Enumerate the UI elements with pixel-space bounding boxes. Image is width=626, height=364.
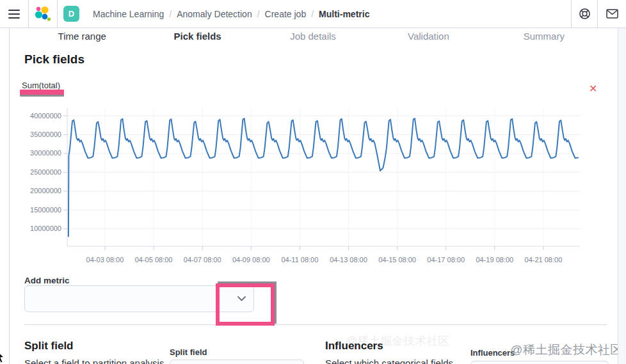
step-validation: Validation: [371, 31, 486, 42]
annotation-highlight-bar: [20, 90, 64, 95]
mail-icon: [606, 9, 618, 19]
influencers-heading: Influencers: [325, 340, 383, 352]
section-divider: [24, 324, 607, 325]
help-button[interactable]: [572, 0, 597, 28]
breadcrumb-separator: /: [311, 9, 314, 19]
navbar-right-group: [571, 0, 626, 28]
menu-button[interactable]: [0, 0, 28, 28]
step-job-details: Job details: [255, 31, 371, 42]
breadcrumb-item[interactable]: Create job: [265, 9, 307, 19]
step-summary: Summary: [486, 31, 602, 42]
mouse-cursor: [0, 350, 6, 363]
space-badge[interactable]: D: [63, 6, 79, 22]
navbar-divider: [57, 0, 58, 28]
influencers-combobox[interactable]: [470, 361, 609, 364]
breadcrumb-item[interactable]: Machine Learning: [93, 9, 164, 19]
remove-metric-button[interactable]: ✕: [589, 84, 597, 94]
metric-chart-title: Sum(total): [22, 81, 60, 90]
split-field-combobox[interactable]: [170, 360, 304, 364]
elastic-logo-button[interactable]: [29, 0, 57, 28]
newsfeed-button[interactable]: [598, 0, 626, 28]
elastic-logo-icon: [35, 6, 51, 22]
step-time-range[interactable]: Time range: [24, 31, 140, 42]
top-navbar: D Machine Learning/Anomaly Detection/Cre…: [0, 0, 626, 28]
hamburger-icon: [8, 10, 20, 19]
help-icon: [579, 8, 591, 20]
breadcrumb: Machine Learning/Anomaly Detection/Creat…: [93, 9, 369, 19]
wizard-steps: Time rangePick fieldsJob detailsValidati…: [24, 31, 602, 42]
add-metric-label: Add metric: [24, 276, 70, 285]
split-field-label: Split field: [170, 347, 207, 357]
split-field-heading: Split field: [24, 340, 74, 352]
breadcrumb-separator: /: [169, 9, 172, 19]
influencers-label: Influencers: [470, 348, 515, 358]
watermark: @稀土掘金技术社区: [510, 342, 623, 358]
close-icon: ✕: [589, 83, 597, 94]
vertical-scrollbar[interactable]: [618, 28, 626, 364]
annotation-highlight-box: [216, 283, 275, 326]
breadcrumb-separator: /: [257, 9, 260, 19]
breadcrumb-item[interactable]: Anomaly Detection: [177, 9, 252, 19]
breadcrumb-item: Multi-metric: [319, 9, 369, 19]
page-title: Pick fields: [24, 52, 84, 67]
content-panel: [9, 28, 618, 364]
influencers-description: Select which categorical fields: [325, 358, 453, 364]
step-pick-fields[interactable]: Pick fields: [140, 31, 255, 42]
split-field-description: Select a field to partition analysis: [24, 358, 164, 364]
